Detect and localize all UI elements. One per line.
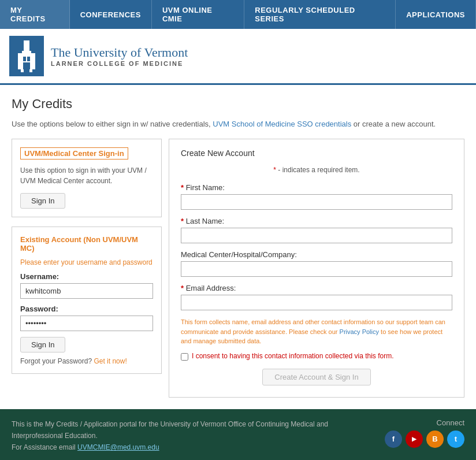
sso-link[interactable]: UVM School of Medicine SSO credentials xyxy=(213,120,351,128)
org-label: Medical Center/Hospital/Company: xyxy=(181,250,452,259)
privacy-policy-link[interactable]: Privacy Policy xyxy=(340,328,379,335)
forgot-password-text: Forgot your Password? Get it now! xyxy=(20,357,153,365)
svg-rect-7 xyxy=(23,62,30,69)
existing-account-title: Existing Account (Non UVM/UVM MC) xyxy=(20,235,153,253)
required-text: - indicates a required item. xyxy=(278,166,359,174)
password-input[interactable] xyxy=(20,316,153,331)
first-name-label: * First Name: xyxy=(181,183,452,192)
consent-text: I consent to having this contact informa… xyxy=(192,352,394,360)
email-input[interactable] xyxy=(181,295,452,310)
uvm-signin-box: UVM/Medical Center Sign-in Use this opti… xyxy=(12,139,162,217)
last-name-input[interactable] xyxy=(181,228,452,243)
consent-row: I consent to having this contact informa… xyxy=(181,352,452,361)
first-name-field: * First Name: xyxy=(181,183,452,210)
uvm-signin-description: Use this option to sign in with your UVM… xyxy=(20,165,153,186)
nav-my-credits[interactable]: MY CREDITS xyxy=(0,0,70,29)
footer-email-link[interactable]: UVMCMIE@med.uvm.edu xyxy=(77,443,159,451)
footer-left: This is the My Credits / Application por… xyxy=(12,418,335,454)
org-input[interactable] xyxy=(181,261,452,277)
facebook-icon[interactable]: f xyxy=(385,431,402,448)
svg-rect-1 xyxy=(22,51,31,53)
first-name-input[interactable] xyxy=(181,194,452,210)
consent-checkbox[interactable] xyxy=(181,353,188,361)
nav-uvm-online-cmie[interactable]: UVM ONLINE CMIE xyxy=(152,0,244,29)
main-content: My Credits Use the options below to eith… xyxy=(0,85,476,409)
svg-rect-5 xyxy=(23,57,26,61)
content-columns: UVM/Medical Center Sign-in Use this opti… xyxy=(12,139,464,398)
nav-conferences[interactable]: CONFERENCES xyxy=(70,0,152,29)
site-footer: This is the My Credits / Application por… xyxy=(0,409,476,461)
footer-assistance: For Assistance email xyxy=(12,443,76,451)
privacy-text: This form collects name, email address a… xyxy=(181,317,452,346)
nav-rss[interactable]: REGULARLY SCHEDULED SERIES xyxy=(244,0,396,29)
svg-rect-6 xyxy=(27,57,30,61)
create-account-button[interactable]: Create Account & Sign In xyxy=(262,369,370,385)
create-account-panel: Create New Account * - indicates a requi… xyxy=(169,139,464,398)
last-name-label: * Last Name: xyxy=(181,217,452,225)
svg-rect-4 xyxy=(29,69,32,72)
university-name: The University of Vermont xyxy=(51,45,188,60)
footer-description: This is the My Credits / Application por… xyxy=(12,420,328,440)
page-title: My Credits xyxy=(12,97,464,112)
twitter-icon[interactable]: t xyxy=(447,431,464,448)
footer-right: Connect f ▶ B t xyxy=(385,418,464,448)
password-label: Password: xyxy=(20,305,153,313)
nav-applications[interactable]: APPLICATIONS xyxy=(396,0,476,29)
college-name: LARNER COLLEGE OF MEDICINE xyxy=(51,60,188,67)
university-name-area: The University of Vermont LARNER COLLEGE… xyxy=(51,45,188,67)
left-column: UVM/Medical Center Sign-in Use this opti… xyxy=(12,139,162,374)
email-label: * Email Address: xyxy=(181,284,452,292)
uvm-signin-button[interactable]: Sign In xyxy=(20,193,65,209)
existing-account-box: Existing Account (Non UVM/UVM MC) Please… xyxy=(12,227,162,374)
blog-icon[interactable]: B xyxy=(426,431,444,448)
intro-text: Use the options below to either sign in … xyxy=(12,120,464,128)
forgot-password-link[interactable]: Get it now! xyxy=(94,357,127,365)
youtube-icon[interactable]: ▶ xyxy=(406,431,423,448)
existing-signin-button[interactable]: Sign In xyxy=(20,337,65,353)
username-input[interactable] xyxy=(20,283,153,299)
required-note: * - indicates a required item. xyxy=(181,166,452,174)
username-label: Username: xyxy=(20,272,153,281)
existing-account-hint: Please enter your username and password xyxy=(20,258,153,266)
social-icons: f ▶ B t xyxy=(385,431,464,448)
site-header: The University of Vermont LARNER COLLEGE… xyxy=(0,29,476,85)
svg-rect-3 xyxy=(21,69,24,72)
org-field: Medical Center/Hospital/Company: xyxy=(181,250,452,277)
last-name-field: * Last Name: xyxy=(181,217,452,243)
connect-label: Connect xyxy=(385,418,464,427)
university-logo xyxy=(9,36,44,76)
top-navigation: MY CREDITS CONFERENCES UVM ONLINE CMIE R… xyxy=(0,0,476,29)
uvm-signin-title: UVM/Medical Center Sign-in xyxy=(20,147,128,159)
email-field: * Email Address: xyxy=(181,284,452,310)
create-account-title: Create New Account xyxy=(181,149,452,158)
required-asterisk: * xyxy=(273,166,276,174)
